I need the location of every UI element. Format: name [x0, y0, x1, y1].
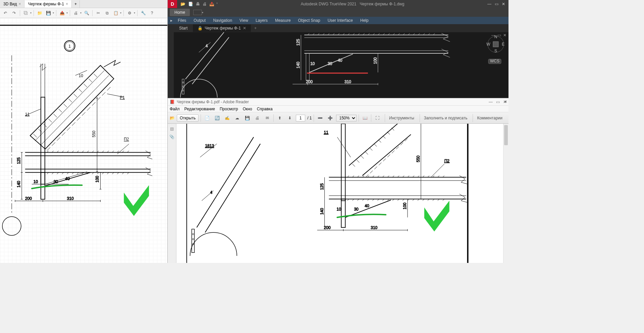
svg-line-23: [82, 112, 86, 116]
menu-navigation[interactable]: Navigation: [210, 17, 235, 24]
panel-tools[interactable]: Инструменты: [385, 114, 418, 122]
read-mode-icon[interactable]: 📖: [361, 114, 369, 122]
tab-3d-view[interactable]: 3D Вид×: [0, 0, 24, 8]
zoom-select[interactable]: 150%: [336, 115, 357, 121]
page-next-icon[interactable]: ⬇: [286, 114, 294, 122]
menu-close-icon[interactable]: ×: [504, 99, 507, 104]
menu-help[interactable]: Help: [357, 17, 372, 24]
sign-icon[interactable]: ✍: [223, 114, 231, 122]
ribbon-home[interactable]: Home: [170, 9, 190, 16]
wrench-icon[interactable]: 🔧: [140, 9, 147, 17]
menu-output[interactable]: Output: [190, 17, 209, 24]
cut-icon[interactable]: ✂: [95, 9, 102, 17]
paste-icon[interactable]: 📋: [112, 9, 119, 17]
trueview-viewport[interactable]: —▭✕ 4: [174, 32, 508, 98]
scrollbar-thumb[interactable]: [504, 125, 508, 145]
settings-icon[interactable]: ⚙: [126, 9, 133, 17]
print-icon[interactable]: 🖨: [72, 9, 79, 17]
folder-open-icon[interactable]: 📁: [36, 9, 43, 17]
dim-200: 200: [306, 79, 313, 84]
undo-icon[interactable]: ↶: [2, 9, 9, 17]
svg-line-6: [49, 119, 52, 122]
tab-drawing[interactable]: Чертеж фермы Ф-1×: [24, 0, 72, 8]
menu-window[interactable]: Окно: [243, 107, 252, 111]
dim-140: 140: [296, 62, 301, 68]
svg-line-18: [57, 137, 60, 141]
close-icon[interactable]: ×: [66, 2, 68, 6]
view-cube[interactable]: N S E W WCS: [486, 35, 505, 69]
print-icon[interactable]: 🖨: [253, 114, 261, 122]
close-icon[interactable]: ✕: [502, 2, 505, 6]
menubar: ▸ Files Output Navigation View Layers Me…: [168, 17, 508, 24]
tab-start[interactable]: Start: [174, 24, 192, 32]
svg-line-82: [192, 37, 229, 84]
help-icon[interactable]: ?: [148, 9, 156, 17]
left-toolbar: ↶ ↷ ⿻▾ 📁 💾▾ 📤▾ 🖨▾ 🔍 ✂ ⧉ 📋▾ ⚙▾ 🔧 ?: [0, 8, 167, 18]
dropdown-icon[interactable]: ▾: [202, 11, 203, 14]
color-swatch[interactable]: [193, 10, 202, 15]
leader-11: 11: [324, 130, 329, 135]
svg-line-19: [62, 132, 65, 136]
menu-edit[interactable]: Редактирование: [184, 107, 215, 111]
redo-icon[interactable]: ↷: [10, 9, 18, 17]
menu-object-snap[interactable]: Object Snap: [295, 17, 324, 24]
svg-line-8: [59, 109, 62, 112]
page-prev-icon[interactable]: ⬆: [276, 114, 284, 122]
print-preview-icon[interactable]: 🔍: [83, 9, 90, 17]
trueview-logo-icon[interactable]: D: [168, 0, 177, 8]
menu-layers[interactable]: Layers: [252, 17, 271, 24]
email-icon[interactable]: ✉: [263, 114, 271, 122]
reader-viewport[interactable]: 1813 4 11: [176, 124, 503, 263]
expand-icon[interactable]: ▸: [169, 18, 174, 23]
close-icon[interactable]: ×: [18, 2, 21, 6]
copy-props-icon[interactable]: ⿻: [22, 9, 30, 17]
create-pdf-icon[interactable]: 📄: [203, 114, 211, 122]
export-icon[interactable]: 📤: [58, 9, 66, 17]
page-input[interactable]: [296, 115, 305, 121]
tab-add[interactable]: +: [72, 0, 80, 8]
menu-view[interactable]: View: [236, 17, 252, 24]
publish-icon[interactable]: 📤: [209, 2, 214, 6]
tab-add[interactable]: +: [252, 24, 259, 32]
open-icon[interactable]: 📂: [180, 2, 185, 6]
menu-file[interactable]: Файл: [170, 107, 180, 111]
print-icon[interactable]: 🖶: [196, 2, 200, 6]
save-icon[interactable]: 💾: [45, 9, 52, 17]
left-canvas[interactable]: 1 10 P1: [0, 18, 167, 263]
svg-rect-73: [41, 172, 45, 199]
title-text: Autodesk DWG TrueView 2021 Чертеж фермы …: [221, 2, 484, 6]
zoom-in-icon[interactable]: ➕: [326, 114, 334, 122]
menu-measure[interactable]: Measure: [272, 17, 294, 24]
maximize-icon[interactable]: ▭: [496, 100, 500, 104]
close-icon[interactable]: ✕: [243, 26, 246, 31]
maximize-icon[interactable]: ▭: [495, 2, 498, 6]
save-icon[interactable]: 💾: [243, 114, 251, 122]
minimize-icon[interactable]: —: [489, 100, 493, 104]
dim-10: 10: [337, 207, 341, 212]
cloud-icon[interactable]: ☁: [233, 114, 241, 122]
menu-user-interface[interactable]: User Interface: [324, 17, 356, 24]
sheet-icon[interactable]: 📑: [188, 2, 193, 6]
minimize-icon[interactable]: —: [487, 2, 491, 6]
panel-comments[interactable]: Комментарии: [473, 114, 506, 122]
thumbnails-icon[interactable]: ▤: [170, 126, 174, 131]
panel-fill-sign[interactable]: Заполнить и подписать: [420, 114, 472, 122]
menu-help[interactable]: Справка: [257, 107, 273, 111]
svg-point-85: [182, 82, 184, 83]
svg-line-154: [370, 171, 373, 173]
menu-files[interactable]: Files: [174, 17, 190, 24]
fullscreen-icon[interactable]: ⛶: [373, 114, 381, 122]
dim-140: 140: [320, 208, 324, 215]
plot-icon[interactable]: 🖨: [203, 2, 207, 6]
zoom-out-icon[interactable]: ➖: [316, 114, 324, 122]
dropdown-icon[interactable]: ▾: [216, 2, 218, 6]
reader-scrollbar[interactable]: [503, 124, 508, 263]
svg-line-145: [361, 156, 364, 159]
convert-icon[interactable]: 🔄: [213, 114, 221, 122]
attachments-icon[interactable]: 📎: [169, 134, 174, 139]
open-button[interactable]: Открыть: [177, 114, 199, 122]
copy-icon[interactable]: ⧉: [103, 9, 111, 17]
svg-rect-118: [306, 53, 309, 80]
tab-document[interactable]: 🔒Чертеж фермы Ф-1✕: [193, 24, 251, 32]
menu-view[interactable]: Просмотр: [220, 107, 238, 111]
